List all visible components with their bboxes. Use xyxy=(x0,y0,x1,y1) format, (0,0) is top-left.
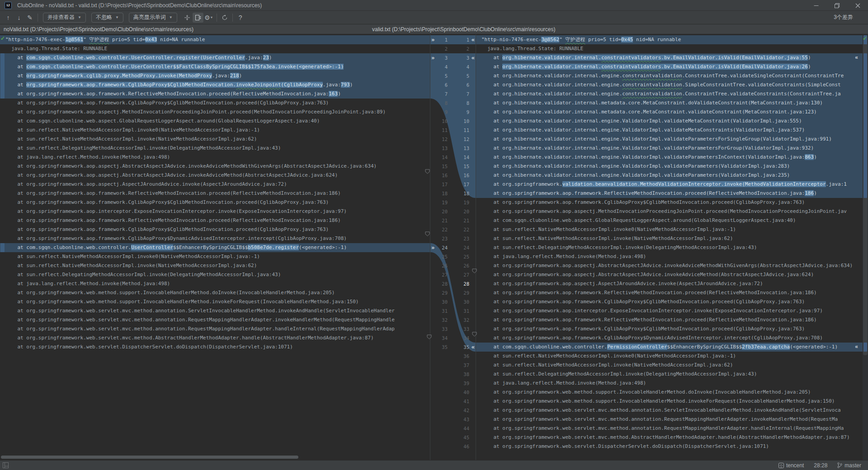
code-line[interactable]: "http-nio-7476-exec-3@8562" 守护进程 prio=5 … xyxy=(476,35,868,44)
code-line[interactable]: at sun.reflect.NativeMethodAccessorImpl.… xyxy=(476,352,868,361)
code-line[interactable]: at sun.reflect.DelegatingMethodAccessorI… xyxy=(476,370,868,379)
code-line[interactable]: at sun.reflect.NativeMethodAccessorImpl.… xyxy=(0,252,430,261)
code-line[interactable]: at org.springframework.web.servlet.mvc.m… xyxy=(0,315,430,324)
code-line[interactable]: at sun.reflect.DelegatingMethodAccessorI… xyxy=(0,270,430,279)
code-line[interactable]: at org.springframework.aop.framework.Ref… xyxy=(476,189,868,198)
apply-change-left-button[interactable]: « xyxy=(855,343,858,352)
code-line[interactable]: at org.hibernate.validator.internal.meta… xyxy=(476,108,868,117)
code-line[interactable]: at org.springframework.aop.framework.Cgl… xyxy=(0,80,430,89)
code-line[interactable]: at java.lang.reflect.Method.invoke(Metho… xyxy=(0,279,430,288)
code-line[interactable]: "http-nio-7476-exec-1@8561" 守护进程 prio=5 … xyxy=(0,35,430,44)
chunk-anchor-icon[interactable] xyxy=(472,268,477,273)
code-line[interactable]: at org.hibernate.validator.internal.engi… xyxy=(476,89,868,99)
previous-difference-button[interactable]: ↑ xyxy=(3,13,14,23)
code-line[interactable]: at org.springframework.web.servlet.mvc.m… xyxy=(476,415,868,424)
code-line[interactable]: at org.springframework.aop.framework.Cgl… xyxy=(476,324,868,334)
code-line[interactable]: at org.hibernate.validator.internal.engi… xyxy=(476,126,868,135)
code-line[interactable]: at org.springframework.web.servlet.Dispa… xyxy=(476,442,868,451)
code-line[interactable]: at com.sgqn.clubonline.web.controller.Us… xyxy=(0,62,430,71)
code-line[interactable]: at org.springframework.web.method.suppor… xyxy=(476,397,868,406)
code-line[interactable]: at sun.reflect.NativeMethodAccessorImpl.… xyxy=(0,126,430,135)
code-line[interactable]: at org.springframework.validation.beanva… xyxy=(476,180,868,189)
code-line[interactable]: at org.springframework.aop.framework.Cgl… xyxy=(476,334,868,343)
apply-change-right-button[interactable]: » xyxy=(431,35,434,44)
code-line[interactable]: at com.sgqn.clubonline.web.controller.Pe… xyxy=(476,343,868,352)
code-line[interactable]: java.lang.Thread.State: RUNNABLE xyxy=(476,44,868,53)
apply-change-left-button[interactable]: « xyxy=(472,53,475,62)
chunk-anchor-icon[interactable] xyxy=(472,332,477,337)
code-line[interactable]: at org.springframework.aop.aspectj.Metho… xyxy=(0,108,430,117)
code-line[interactable]: at org.springframework.aop.aspectj.Aspec… xyxy=(0,180,430,189)
help-button[interactable]: ? xyxy=(235,13,246,23)
code-line[interactable]: at org.springframework.web.servlet.mvc.m… xyxy=(0,306,430,315)
chunk-anchor-icon[interactable] xyxy=(425,231,430,236)
apply-change-left-button[interactable]: « xyxy=(472,35,475,44)
apply-change-left-button[interactable]: « xyxy=(472,343,475,352)
code-line[interactable]: java.lang.Thread.State: RUNNABLE xyxy=(0,44,430,53)
right-error-stripe[interactable]: ✓ xyxy=(863,34,868,460)
code-line[interactable]: at com.sgqn.clubonline.web.controller.Us… xyxy=(0,243,430,252)
code-line[interactable]: at org.springframework.aop.framework.Ref… xyxy=(0,216,430,225)
code-line[interactable]: at sun.reflect.NativeMethodAccessorImpl.… xyxy=(476,361,868,370)
change-marker[interactable] xyxy=(863,343,867,352)
code-line[interactable]: at org.springframework.aop.framework.Cgl… xyxy=(0,225,430,234)
code-line[interactable]: at org.springframework.aop.interceptor.E… xyxy=(0,207,430,216)
code-line[interactable]: at org.springframework.aop.framework.Ref… xyxy=(476,288,868,297)
code-line[interactable]: at org.springframework.aop.framework.Cgl… xyxy=(476,297,868,306)
code-line[interactable]: at org.springframework.aop.aspectj.Aspec… xyxy=(476,279,868,288)
edit-file-button[interactable]: ✎ xyxy=(24,13,35,23)
tencent-plugin-widget[interactable]: tencent xyxy=(778,462,804,469)
code-line[interactable]: at java.lang.reflect.Method.invoke(Metho… xyxy=(476,252,868,261)
change-marker[interactable] xyxy=(0,243,5,252)
restore-button[interactable] xyxy=(826,0,847,11)
code-line[interactable]: at org.springframework.web.servlet.mvc.m… xyxy=(476,406,868,415)
apply-change-left-button[interactable]: « xyxy=(855,53,858,62)
code-line[interactable]: at sun.reflect.NativeMethodAccessorImpl.… xyxy=(476,225,868,234)
code-line[interactable]: at org.springframework.aop.framework.Ref… xyxy=(476,315,868,324)
code-line[interactable]: at org.springframework.aop.framework.Cgl… xyxy=(0,234,430,243)
code-line[interactable]: at org.springframework.aop.framework.Cgl… xyxy=(476,198,868,207)
code-line[interactable]: at sun.reflect.NativeMethodAccessorImpl.… xyxy=(0,135,430,144)
code-line[interactable]: at org.springframework.aop.framework.Ref… xyxy=(0,89,430,99)
code-line[interactable]: at org.springframework.web.servlet.mvc.m… xyxy=(476,424,868,433)
highlight-mode-select[interactable]: 高亮显示单词 ▼ xyxy=(129,13,177,23)
code-line[interactable]: at org.springframework.web.servlet.mvc.m… xyxy=(0,324,430,334)
collapse-unchanged-button[interactable] xyxy=(182,13,193,23)
caret-position-widget[interactable]: 28:28 xyxy=(814,462,827,469)
viewer-mode-select[interactable]: 并排查看器 ▼ xyxy=(43,13,86,23)
code-line[interactable]: at org.hibernate.validator.internal.engi… xyxy=(476,144,868,153)
code-line[interactable]: at org.springframework.aop.aspectj.Abstr… xyxy=(476,261,868,270)
apply-change-right-button[interactable]: » xyxy=(431,53,434,62)
settings-gear-button[interactable]: ⚙ ▼ xyxy=(203,13,214,23)
minimize-button[interactable] xyxy=(806,0,826,11)
code-line[interactable]: at org.hibernate.validator.internal.engi… xyxy=(476,153,868,162)
code-line[interactable]: at java.lang.reflect.Method.invoke(Metho… xyxy=(0,153,430,162)
left-editor-pane[interactable]: "http-nio-7476-exec-1@8561" 守护进程 prio=5 … xyxy=(0,34,430,460)
code-line[interactable]: at org.springframework.cglib.proxy.Metho… xyxy=(0,71,430,80)
code-line[interactable]: at org.hibernate.validator.internal.engi… xyxy=(476,71,868,80)
code-line[interactable]: at org.springframework.web.servlet.mvc.m… xyxy=(0,334,430,343)
close-button[interactable] xyxy=(847,0,868,11)
code-line[interactable]: at sun.reflect.DelegatingMethodAccessorI… xyxy=(476,243,868,252)
code-line[interactable]: at org.springframework.web.method.suppor… xyxy=(0,288,430,297)
inspections-ok-icon[interactable]: ✓ xyxy=(0,35,5,42)
code-line[interactable]: at org.hibernate.validator.internal.engi… xyxy=(476,171,868,180)
code-line[interactable]: at sun.reflect.NativeMethodAccessorImpl.… xyxy=(0,261,430,270)
right-editor-pane[interactable]: "http-nio-7476-exec-3@8562" 守护进程 prio=5 … xyxy=(476,34,868,460)
code-line[interactable]: at com.sgqn.clubonline.web.aspect.Global… xyxy=(476,216,868,225)
next-difference-button[interactable]: ↓ xyxy=(14,13,24,23)
change-marker[interactable] xyxy=(863,53,867,198)
code-line[interactable]: at org.hibernate.validator.internal.engi… xyxy=(476,80,868,89)
code-line[interactable]: at org.springframework.aop.framework.Ref… xyxy=(0,189,430,198)
code-line[interactable]: at java.lang.reflect.Method.invoke(Metho… xyxy=(476,379,868,388)
left-error-stripe[interactable]: ✓ xyxy=(0,34,5,460)
code-line[interactable]: at org.hibernate.validator.internal.engi… xyxy=(476,117,868,126)
code-line[interactable]: at sun.reflect.NativeMethodAccessorImpl.… xyxy=(476,234,868,243)
code-line[interactable]: at org.springframework.aop.aspectj.Abstr… xyxy=(0,162,430,171)
toolwindow-grid-icon[interactable] xyxy=(3,462,9,468)
code-line[interactable]: at org.hibernate.validator.internal.cons… xyxy=(476,62,868,71)
git-branch-widget[interactable]: master xyxy=(837,462,861,469)
code-line[interactable]: at org.springframework.aop.interceptor.E… xyxy=(476,306,868,315)
code-line[interactable]: at org.springframework.web.servlet.mvc.m… xyxy=(476,433,868,442)
horizontal-scrollbar-thumb[interactable] xyxy=(1,456,298,459)
